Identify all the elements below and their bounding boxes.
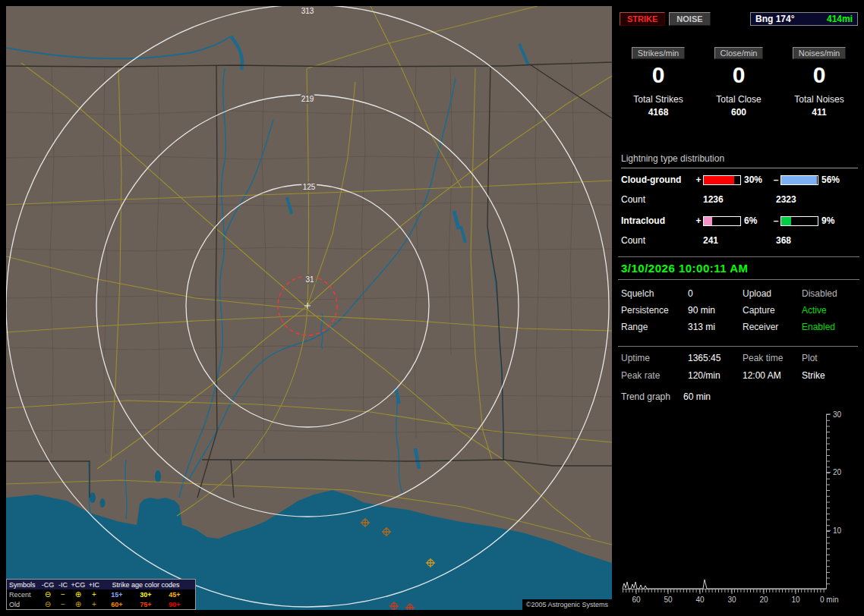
map-area: 313 219 125 31 Symbols -CG -IC +CG +IC bbox=[6, 6, 612, 610]
y-tick: 30 bbox=[833, 410, 842, 419]
map-legend: Symbols -CG -IC +CG +IC Strike age color… bbox=[6, 579, 196, 610]
total-noises-value: 411 bbox=[779, 107, 859, 118]
count-label: Count bbox=[621, 194, 703, 205]
ic-count-row: Count 241 368 bbox=[621, 235, 858, 246]
legend-col-ncg: -CG bbox=[40, 581, 55, 589]
cg-positive-count: 1236 bbox=[703, 194, 776, 205]
strikes-per-min-column: Strikes/min 0 Total Strikes 4168 bbox=[618, 47, 698, 118]
cg-negative-bar-fill bbox=[781, 176, 817, 184]
noises-per-min-column: Noises/min 0 Total Noises 411 bbox=[779, 47, 859, 118]
bearing-value: Bng 174° bbox=[755, 14, 794, 24]
ic-negative-bar bbox=[780, 216, 818, 226]
ic-positive-bar bbox=[703, 216, 741, 226]
trend-tick-labels: 30 20 10 60 50 40 30 20 10 0 min bbox=[632, 410, 841, 604]
radar-map[interactable]: 313 219 125 31 bbox=[6, 6, 612, 610]
squelch-label: Squelch bbox=[621, 288, 688, 299]
cg-count-row: Count 1236 2323 bbox=[621, 194, 858, 205]
legend-col-nic: -IC bbox=[55, 581, 71, 589]
upload-status: Disabled bbox=[802, 288, 858, 299]
minus-sign: – bbox=[771, 215, 780, 226]
trend-waveform bbox=[623, 580, 826, 589]
cloud-ground-label: Cloud-ground bbox=[621, 174, 694, 185]
y-tick: 10 bbox=[833, 526, 842, 535]
x-tick: 0 min bbox=[820, 596, 838, 604]
cg-negative-count: 2323 bbox=[776, 194, 796, 205]
upload-label: Upload bbox=[743, 288, 802, 299]
close-per-min-button[interactable]: Close/min bbox=[714, 47, 764, 59]
ring-label: 31 bbox=[305, 275, 314, 284]
bearing-display: Bng 174° 414mi bbox=[750, 12, 858, 26]
ring-label: 219 bbox=[301, 95, 314, 103]
ic-positive-pct: 6% bbox=[741, 215, 771, 226]
total-strikes-value: 4168 bbox=[618, 107, 698, 118]
neg-ic-icon: − bbox=[55, 591, 71, 599]
close-per-min-value: 0 bbox=[698, 62, 779, 88]
legend-recent-label: Recent bbox=[7, 591, 40, 599]
distance-value: 414mi bbox=[827, 14, 853, 24]
pos-ic-icon: + bbox=[86, 591, 102, 599]
legend-col-pic: +IC bbox=[86, 581, 102, 589]
trend-axes bbox=[623, 414, 831, 594]
cg-positive-pct: 30% bbox=[741, 174, 771, 185]
squelch-value: 0 bbox=[688, 288, 743, 299]
peak-time-label: Peak time bbox=[743, 353, 802, 363]
cg-positive-bar-fill bbox=[704, 176, 734, 184]
copyright-text: ©2005 Astrogenic Systems bbox=[522, 599, 612, 610]
total-noises-label: Total Noises bbox=[779, 94, 859, 105]
ring-label: 313 bbox=[301, 7, 314, 15]
intracloud-row: Intracloud + 6% – 9% bbox=[621, 215, 858, 226]
ic-negative-bar-fill bbox=[781, 217, 791, 225]
settings-grid: Squelch 0 Upload Disabled Persistence 90… bbox=[621, 288, 858, 332]
total-close-value: 600 bbox=[698, 107, 779, 118]
y-tick: 20 bbox=[833, 468, 842, 476]
trend-graph: 30 20 10 60 50 40 30 20 10 0 min bbox=[618, 407, 859, 610]
neg-cg-icon: ⊖ bbox=[40, 591, 55, 599]
x-tick: 60 bbox=[632, 596, 641, 604]
mode-toolbar: STRIKE NOISE Bng 174° 414mi bbox=[620, 12, 858, 26]
status-panel: STRIKE NOISE Bng 174° 414mi Strikes/min … bbox=[618, 6, 859, 610]
ic-negative-count: 368 bbox=[776, 235, 791, 246]
x-tick: 40 bbox=[695, 596, 705, 604]
persistence-label: Persistence bbox=[621, 305, 688, 316]
age-code: 90+ bbox=[160, 601, 189, 608]
noises-per-min-button[interactable]: Noises/min bbox=[793, 47, 846, 59]
cg-negative-bar bbox=[780, 175, 818, 185]
range-value: 313 mi bbox=[688, 322, 743, 332]
x-tick: 20 bbox=[759, 596, 768, 604]
uptime-value: 1365:45 bbox=[688, 353, 743, 363]
plus-sign: + bbox=[694, 215, 703, 226]
strikes-per-min-button[interactable]: Strikes/min bbox=[632, 47, 685, 59]
capture-status: Active bbox=[802, 305, 858, 316]
close-per-min-column: Close/min 0 Total Close 600 bbox=[698, 47, 779, 118]
ic-negative-pct: 9% bbox=[818, 215, 849, 226]
total-strikes-label: Total Strikes bbox=[618, 94, 698, 105]
plot-value: Strike bbox=[802, 370, 858, 381]
distribution-title: Lightning type distribution bbox=[621, 153, 858, 168]
age-code: 60+ bbox=[102, 601, 131, 608]
noise-button[interactable]: NOISE bbox=[669, 12, 710, 26]
plot-label: Plot bbox=[802, 353, 858, 363]
age-code: 15+ bbox=[102, 591, 131, 599]
minus-sign: – bbox=[771, 174, 780, 185]
ic-positive-bar-fill bbox=[704, 217, 712, 225]
stats-grid: Uptime 1365:45 Peak time Plot Peak rate … bbox=[618, 346, 858, 381]
peak-time-value: 12:00 AM bbox=[743, 370, 802, 381]
legend-col-pcg: +CG bbox=[71, 581, 86, 589]
persistence-value: 90 min bbox=[688, 305, 743, 316]
pos-ic-icon: + bbox=[86, 601, 102, 608]
intracloud-label: Intracloud bbox=[621, 215, 694, 226]
legend-old-label: Old bbox=[7, 601, 40, 608]
legend-age-header: Strike age color codes bbox=[102, 581, 189, 589]
trend-graph-label: Trend graph bbox=[621, 391, 683, 402]
plus-sign: + bbox=[694, 174, 703, 185]
neg-ic-icon: − bbox=[55, 601, 71, 608]
neg-cg-icon: ⊖ bbox=[40, 601, 55, 608]
age-code: 30+ bbox=[131, 591, 160, 599]
x-tick: 50 bbox=[664, 596, 673, 604]
legend-symbols-header: Symbols bbox=[7, 581, 40, 589]
pos-cg-icon: ⊕ bbox=[71, 601, 86, 608]
age-code: 75+ bbox=[131, 601, 160, 608]
cloud-ground-row: Cloud-ground + 30% – 56% bbox=[621, 174, 858, 185]
strike-button[interactable]: STRIKE bbox=[620, 12, 665, 26]
uptime-label: Uptime bbox=[621, 353, 688, 363]
